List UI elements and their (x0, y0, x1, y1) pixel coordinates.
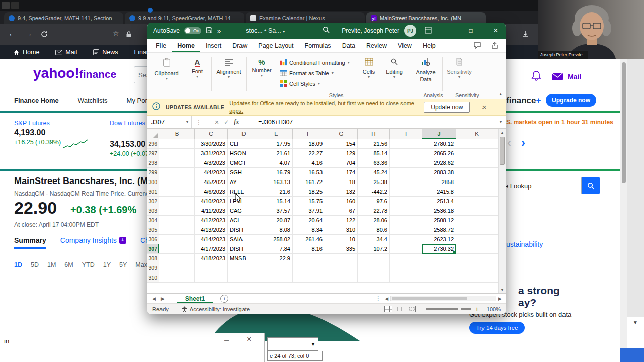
range-max[interactable]: Max (135, 261, 147, 268)
column-header-F[interactable]: F (293, 129, 325, 139)
cell-D303[interactable]: CAG (228, 206, 260, 216)
cell-F306[interactable]: 261.46 (293, 235, 325, 244)
cell-K298[interactable] (456, 158, 498, 168)
range-1m[interactable]: 1M (47, 261, 56, 268)
cell-K307[interactable] (456, 244, 498, 254)
cell-H310[interactable] (358, 273, 390, 283)
cell-H309[interactable] (358, 263, 390, 273)
page-break-view-icon[interactable] (408, 306, 416, 312)
subnav-finance-home[interactable]: Finance Home (14, 97, 59, 104)
cell-G309[interactable] (325, 263, 358, 273)
cell-G302[interactable]: 160 (325, 197, 358, 206)
cell-D309[interactable] (228, 263, 260, 273)
cell-I309[interactable] (390, 263, 422, 273)
new-sheet-button[interactable]: + (220, 295, 228, 303)
column-header-K[interactable]: K (456, 129, 498, 139)
yahoo-finance-logo[interactable]: yahoo!finance (33, 65, 116, 81)
cell-E307[interactable]: 7.84 (260, 244, 293, 254)
cell-J298[interactable]: 2928.62 (422, 158, 456, 168)
more-commands-icon[interactable]: » (217, 27, 221, 35)
zoom-slider[interactable] (426, 308, 471, 310)
nav-home[interactable]: Home (13, 49, 39, 56)
zoom-level[interactable]: 100% (482, 306, 501, 312)
range-6m[interactable]: 6M (64, 261, 73, 268)
cell-K308[interactable] (456, 254, 498, 263)
cell-H303[interactable]: 22.78 (358, 206, 390, 216)
cell-C297[interactable]: 3/31/2023 (195, 149, 228, 158)
cell-J305[interactable]: 2588.72 (422, 225, 456, 235)
download-icon[interactable] (521, 30, 529, 40)
menu-tab-review[interactable]: Review (361, 39, 392, 52)
cell-F302[interactable]: 15.75 (293, 197, 325, 206)
cell-B307[interactable] (159, 244, 195, 254)
menu-tab-data[interactable]: Data (337, 39, 361, 52)
cell-F300[interactable]: 161.72 (293, 177, 325, 187)
range-5d[interactable]: 5D (31, 261, 39, 268)
cell-I303[interactable] (390, 206, 422, 216)
cell-B296[interactable] (159, 139, 195, 149)
cell-styles-button[interactable]: Cell Styles▾ (278, 78, 354, 89)
cell-B306[interactable] (159, 235, 195, 244)
cell-I301[interactable] (390, 187, 422, 197)
menu-tab-file[interactable]: File (150, 39, 172, 52)
menu-tab-help[interactable]: Help (417, 39, 441, 52)
hscroll-left-icon[interactable]: ◀ (385, 296, 388, 301)
column-header-G[interactable]: G (325, 129, 358, 139)
maximize-button[interactable]: □ (461, 23, 481, 39)
bookmark-icon[interactable]: ☆ (113, 29, 119, 37)
column-header-E[interactable]: E (260, 129, 293, 139)
spreadsheet-grid[interactable]: BCDEFGHIJK 2963/30/2023CLF17.9518.091542… (147, 129, 498, 293)
cell-J308[interactable] (422, 254, 456, 263)
cell-C301[interactable]: 4/6/2023 (195, 187, 228, 197)
cell-D302[interactable]: LEVI (228, 197, 260, 206)
cell-F308[interactable] (293, 254, 325, 263)
close-icon[interactable]: × (247, 335, 251, 344)
column-header-J[interactable]: J (422, 129, 456, 139)
range-1y[interactable]: 1Y (103, 261, 111, 268)
cell-H297[interactable]: 85.14 (358, 149, 390, 158)
ribbon-display-options-icon[interactable] (425, 27, 432, 35)
promo-cta-button[interactable]: Try 14 days free (469, 322, 525, 334)
cell-B298[interactable] (159, 158, 195, 168)
cell-D308[interactable]: MNSB (228, 254, 260, 263)
menu-tab-page-layout[interactable]: Page Layout (253, 39, 299, 52)
formula-expression[interactable]: =J306+H307 (258, 119, 293, 126)
sustainability-link[interactable]: ustainability (506, 240, 543, 248)
cell-B304[interactable] (159, 216, 195, 225)
cell-I307[interactable] (390, 244, 422, 254)
cell-C306[interactable]: 4/14/2023 (195, 235, 228, 244)
cell-E304[interactable]: 20.87 (260, 216, 293, 225)
share-icon[interactable] (491, 42, 499, 51)
cell-F296[interactable]: 18.09 (293, 139, 325, 149)
zoom-out-icon[interactable]: − (419, 305, 423, 313)
scroll-down-icon[interactable]: ▼ (499, 286, 506, 293)
cell-H306[interactable]: 34.4 (358, 235, 390, 244)
cell-J307[interactable]: 2730.32 (422, 244, 456, 254)
row-header-309[interactable]: 309 (147, 263, 159, 273)
cell-H307[interactable]: 107.2 (358, 244, 390, 254)
quote-tab-summary[interactable]: Summary (14, 236, 46, 249)
forward-icon[interactable]: → (24, 29, 33, 39)
cell-F298[interactable]: 4.16 (293, 158, 325, 168)
cell-B300[interactable] (159, 177, 195, 187)
conditional-formatting-button[interactable]: Conditional Formatting▾ (278, 57, 354, 68)
cell-I304[interactable] (390, 216, 422, 225)
column-header-I[interactable]: I (390, 129, 422, 139)
autosave-toggle[interactable]: On (184, 27, 201, 34)
cell-J310[interactable] (422, 273, 456, 283)
cell-B308[interactable] (159, 254, 195, 263)
cell-I305[interactable] (390, 225, 422, 235)
accessibility-status[interactable]: Accessibility: Investigate (182, 306, 250, 312)
ribbon-group-alignment[interactable]: Alignment▾ (213, 55, 245, 79)
cell-G306[interactable]: 10 (325, 235, 358, 244)
sp-futures-label[interactable]: S&P Futures (14, 120, 61, 127)
zoom-slider-thumb[interactable] (458, 306, 461, 312)
mail-icon[interactable] (551, 72, 564, 83)
row-header-307[interactable]: 307 (147, 244, 159, 254)
cell-B309[interactable] (159, 263, 195, 273)
cell-B297[interactable] (159, 149, 195, 158)
cell-H308[interactable] (358, 254, 390, 263)
menu-tab-draw[interactable]: Draw (227, 39, 253, 52)
row-header-296[interactable]: 296 (147, 139, 159, 149)
cell-G310[interactable] (325, 273, 358, 283)
